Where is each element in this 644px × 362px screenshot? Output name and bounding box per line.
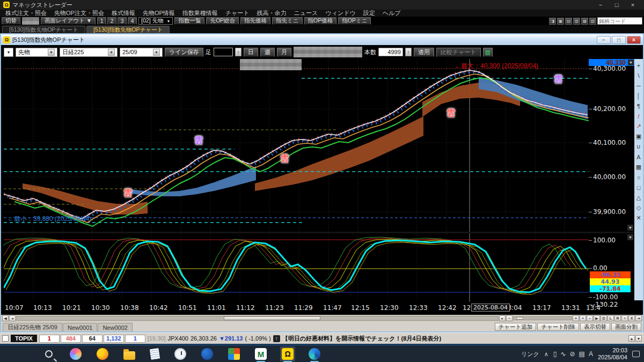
tray-icon[interactable]: ∿ xyxy=(560,350,566,358)
menu-item[interactable]: 指数業種情報 xyxy=(182,9,218,17)
taskbar-clock[interactable]: 20:03 2025/08/04 xyxy=(598,347,627,361)
oscillator-pane[interactable]: ▼ 100.000.00-100.00-130.22 -96.1544.93-7… xyxy=(1,233,643,302)
layout-preset-button[interactable]: 3 xyxy=(118,17,127,25)
draw-tool-icon[interactable]: │ xyxy=(635,91,642,101)
start-button[interactable] xyxy=(16,348,28,360)
toolbar-mini-icon[interactable]: ◨ xyxy=(549,18,556,25)
monex-site-icon[interactable]: M xyxy=(255,348,267,360)
workspace-tab-active[interactable]: [5130]指数先物OPチャート xyxy=(86,26,170,33)
chart-nav-button[interactable]: + xyxy=(580,315,586,321)
menu-item[interactable]: 残高・余力 xyxy=(257,9,287,17)
layout-preset-button[interactable]: 1 xyxy=(97,17,106,25)
menu-item[interactable]: 設定 xyxy=(363,9,375,17)
chart-nav-button[interactable]: + xyxy=(573,315,579,321)
draw-tool-icon[interactable]: \ xyxy=(635,70,642,80)
news-scroll-up-button[interactable]: ▲ xyxy=(628,335,635,342)
draw-tool-icon[interactable]: □ xyxy=(635,182,642,193)
quick-screen-button[interactable]: 指OP価格 xyxy=(304,17,337,25)
scroll-left-button[interactable]: ◀ xyxy=(2,315,9,321)
chart-nav-button[interactable]: L xyxy=(608,315,614,321)
office-icon[interactable] xyxy=(228,348,240,360)
chart-list-icon[interactable]: ▥ xyxy=(483,48,493,57)
instrument-dropdown[interactable]: [02] 先物 ▼ xyxy=(138,17,173,25)
quick-screen-button[interactable]: 指先ミニ xyxy=(272,17,303,25)
ticker-checkbox[interactable] xyxy=(2,335,9,342)
chart-action-button[interactable]: チャート削除 xyxy=(537,323,579,331)
symbol-code-input[interactable] xyxy=(597,17,642,25)
chart-nav-button[interactable]: X xyxy=(628,315,635,321)
bar-count-spinner[interactable]: ↕ xyxy=(405,48,412,56)
chart-scrollbar[interactable]: ◀◂ ▸− ++•▶DLR≡X⇥ xyxy=(1,315,643,322)
zoom-out-button[interactable]: ▸ xyxy=(499,315,506,321)
tray-icon[interactable]: ▤ xyxy=(579,350,585,358)
layout-preset-button[interactable]: 2 xyxy=(107,17,116,25)
period-day-button[interactable]: 日 xyxy=(244,48,258,57)
draw-tool-icon[interactable]: / xyxy=(635,111,642,121)
zoom-slider-thumb[interactable] xyxy=(516,317,523,320)
news-scroll-down-button[interactable]: ▼ xyxy=(635,335,642,342)
chart-tab[interactable]: New0001 xyxy=(63,323,97,331)
category-select[interactable]: 先物 ▼ xyxy=(16,48,57,57)
chart-nav-button[interactable]: • xyxy=(587,315,593,321)
oscillator-canvas[interactable] xyxy=(4,233,589,302)
maximize-button[interactable]: □ xyxy=(609,0,625,10)
chart-action-button[interactable]: 表示切替 xyxy=(580,323,610,331)
chart-close-button[interactable]: × xyxy=(627,36,641,44)
monex-trader-icon[interactable]: Ω xyxy=(282,348,294,360)
close-button[interactable]: × xyxy=(625,0,641,10)
menu-item[interactable]: 先物OP情報 xyxy=(143,9,175,17)
links-label[interactable]: リンク xyxy=(521,350,539,358)
draw-tool-icon[interactable]: ↗ xyxy=(635,121,642,131)
notepad-icon[interactable] xyxy=(150,348,160,360)
chart-nav-button[interactable]: ⇥ xyxy=(635,315,642,321)
menu-item[interactable]: 先物OP注文・照会 xyxy=(54,9,104,17)
scroll-left-button[interactable]: ◂ xyxy=(9,315,16,321)
toolbar-mini-icon[interactable]: ▦ xyxy=(581,18,588,25)
symbol-select[interactable]: 日経225 ▼ xyxy=(60,48,118,57)
window-menu-dropdown[interactable]: ▼ xyxy=(4,48,13,57)
zoom-out-button[interactable]: − xyxy=(506,315,513,321)
draw-tool-icon[interactable]: + xyxy=(635,60,642,70)
tray-chevron-icon[interactable]: ∧ xyxy=(544,351,548,358)
chart-action-button[interactable]: チャート追加 xyxy=(495,323,537,331)
quick-screen-button[interactable]: 指数一覧 xyxy=(174,17,204,25)
menu-item[interactable]: ウィンドウ xyxy=(325,9,355,17)
draw-tool-icon[interactable]: ▦ xyxy=(635,162,642,172)
msn-icon[interactable] xyxy=(201,348,213,360)
layout-preset-button[interactable]: 4 xyxy=(128,17,137,25)
period-month-button[interactable]: 月 xyxy=(277,48,291,57)
switch-button[interactable]: 切替 xyxy=(2,17,20,25)
edge-browser-icon[interactable] xyxy=(309,348,320,360)
chart-nav-button[interactable]: D xyxy=(601,315,607,321)
apply-button[interactable]: 適用 xyxy=(414,48,434,57)
bar-interval-spinner[interactable]: ↕ xyxy=(235,48,241,56)
minimize-button[interactable]: − xyxy=(592,0,609,10)
draw-tool-icon[interactable]: ∪ xyxy=(635,142,642,152)
draw-tool-icon[interactable]: ○ xyxy=(635,172,642,182)
price-axis[interactable]: 40,330 ▼ 40,300.0040,200.0040,100.0040,0… xyxy=(589,59,634,232)
chart-tab[interactable]: New0002 xyxy=(98,323,132,331)
collapse-pane-icon[interactable]: ▼ xyxy=(627,225,633,231)
draw-tool-icon[interactable]: ✕ xyxy=(635,213,642,223)
chart-nav-button[interactable]: ≡ xyxy=(621,315,628,321)
bar-count-input[interactable] xyxy=(378,48,403,56)
price-chart-canvas[interactable] xyxy=(4,59,589,232)
copilot-icon[interactable] xyxy=(70,348,82,360)
quick-screen-button[interactable]: 先OP総合 xyxy=(206,17,239,25)
draw-tool-icon[interactable]: ¶ xyxy=(635,101,642,111)
menu-item[interactable]: チャート xyxy=(225,9,250,17)
notification-center-icon[interactable] xyxy=(632,351,640,357)
scrollbar-thumb[interactable] xyxy=(224,316,320,320)
menu-item[interactable]: ニュース xyxy=(294,9,318,17)
clock-app-icon[interactable] xyxy=(174,348,186,360)
zoom-slider-track[interactable] xyxy=(513,316,572,320)
quick-screen-button[interactable]: 指OPミニ xyxy=(338,17,371,25)
menu-item[interactable]: 株式情報 xyxy=(112,9,135,17)
tray-icon[interactable]: A xyxy=(589,350,593,358)
toolbar-mini-icon[interactable]: ▥ xyxy=(573,18,580,25)
layout-dropdown-button[interactable]: 画面レイアウト ▼ xyxy=(41,17,96,25)
search-button[interactable] xyxy=(43,348,55,360)
scrollbar-track[interactable] xyxy=(16,316,499,321)
workspace-tab[interactable]: [5130]指数先物OPチャート xyxy=(2,26,85,33)
save-lines-button[interactable]: ライン保存 xyxy=(165,48,203,57)
